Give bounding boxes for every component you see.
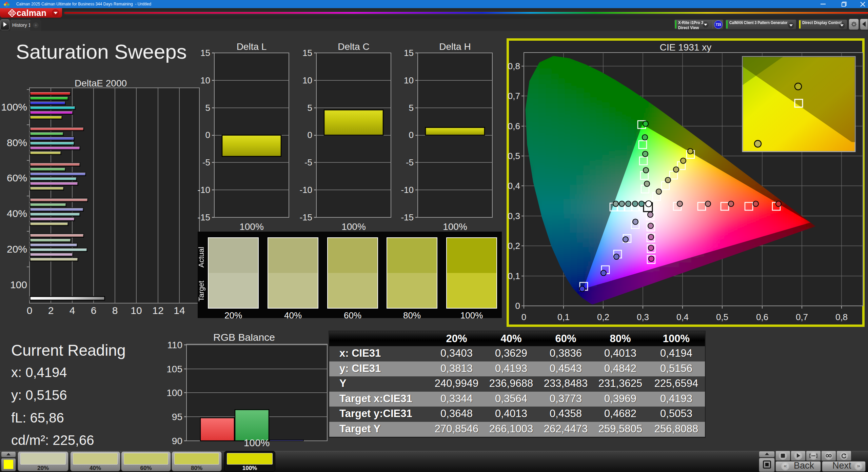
- svg-text:5: 5: [409, 103, 414, 113]
- svg-text:-15: -15: [197, 212, 210, 222]
- svg-text:0,2: 0,2: [508, 241, 520, 251]
- svg-text:5: 5: [308, 103, 312, 113]
- svg-text:110: 110: [167, 340, 182, 350]
- svg-text:-15: -15: [299, 212, 312, 222]
- svg-text:0,6: 0,6: [756, 312, 768, 322]
- svg-text:4: 4: [70, 305, 75, 315]
- svg-text:DeltaE 2000: DeltaE 2000: [75, 78, 127, 88]
- svg-text:0: 0: [521, 312, 526, 322]
- svg-text:0,3: 0,3: [637, 312, 649, 322]
- svg-text:100: 100: [10, 279, 27, 290]
- svg-text:Delta C: Delta C: [338, 42, 369, 52]
- svg-text:0,6: 0,6: [508, 121, 520, 131]
- svg-text:12: 12: [152, 305, 163, 315]
- svg-text:95: 95: [172, 412, 182, 422]
- svg-text:0: 0: [27, 305, 33, 315]
- svg-text:15: 15: [302, 48, 312, 58]
- svg-text:0,7: 0,7: [508, 91, 520, 101]
- svg-text:-5: -5: [304, 157, 312, 168]
- svg-text:Delta H: Delta H: [439, 42, 471, 52]
- svg-text:RGB Balance: RGB Balance: [213, 334, 275, 343]
- svg-text:0,1: 0,1: [508, 271, 520, 281]
- svg-text:0,5: 0,5: [716, 312, 728, 322]
- svg-text:0: 0: [205, 130, 210, 140]
- svg-text:-10: -10: [299, 185, 312, 195]
- svg-text:0,4: 0,4: [508, 181, 520, 191]
- svg-text:CIE 1931 xy: CIE 1931 xy: [660, 42, 712, 53]
- svg-text:0: 0: [308, 130, 312, 140]
- svg-text:0,2: 0,2: [597, 312, 609, 322]
- svg-text:5: 5: [205, 103, 210, 113]
- svg-text:60%: 60%: [7, 172, 27, 183]
- svg-text:100%: 100%: [443, 221, 467, 232]
- svg-text:100%: 100%: [341, 221, 366, 232]
- svg-text:40%: 40%: [7, 208, 27, 219]
- svg-text:105: 105: [166, 364, 182, 374]
- svg-text:2: 2: [48, 305, 54, 315]
- svg-text:0,7: 0,7: [796, 312, 808, 322]
- svg-text:100%: 100%: [244, 437, 270, 448]
- svg-text:0: 0: [515, 301, 520, 311]
- svg-text:90: 90: [172, 436, 182, 446]
- svg-text:0,4: 0,4: [676, 312, 689, 322]
- svg-text:15: 15: [200, 48, 210, 58]
- svg-text:10: 10: [200, 75, 210, 85]
- svg-text:-10: -10: [401, 185, 414, 195]
- svg-text:6: 6: [91, 305, 97, 315]
- svg-text:100%: 100%: [1, 101, 27, 113]
- svg-text:80%: 80%: [7, 137, 27, 148]
- svg-text:0,5: 0,5: [508, 151, 520, 161]
- svg-text:15: 15: [404, 48, 414, 58]
- svg-text:Delta L: Delta L: [237, 42, 267, 52]
- svg-text:-15: -15: [401, 212, 414, 222]
- svg-text:100%: 100%: [239, 221, 264, 232]
- svg-text:0,8: 0,8: [835, 312, 848, 322]
- svg-text:0,8: 0,8: [508, 61, 520, 71]
- svg-text:-5: -5: [202, 157, 210, 168]
- svg-text:8: 8: [112, 305, 118, 315]
- svg-text:10: 10: [404, 75, 414, 85]
- svg-text:0,3: 0,3: [508, 211, 520, 221]
- svg-text:20%: 20%: [7, 243, 27, 255]
- svg-text:10: 10: [131, 305, 142, 315]
- svg-text:100: 100: [166, 388, 182, 398]
- svg-text:0: 0: [409, 130, 414, 140]
- svg-text:14: 14: [174, 305, 185, 315]
- svg-text:10: 10: [302, 75, 312, 85]
- svg-text:-10: -10: [197, 185, 210, 195]
- svg-text:-5: -5: [406, 157, 414, 168]
- svg-text:0,1: 0,1: [557, 312, 570, 322]
